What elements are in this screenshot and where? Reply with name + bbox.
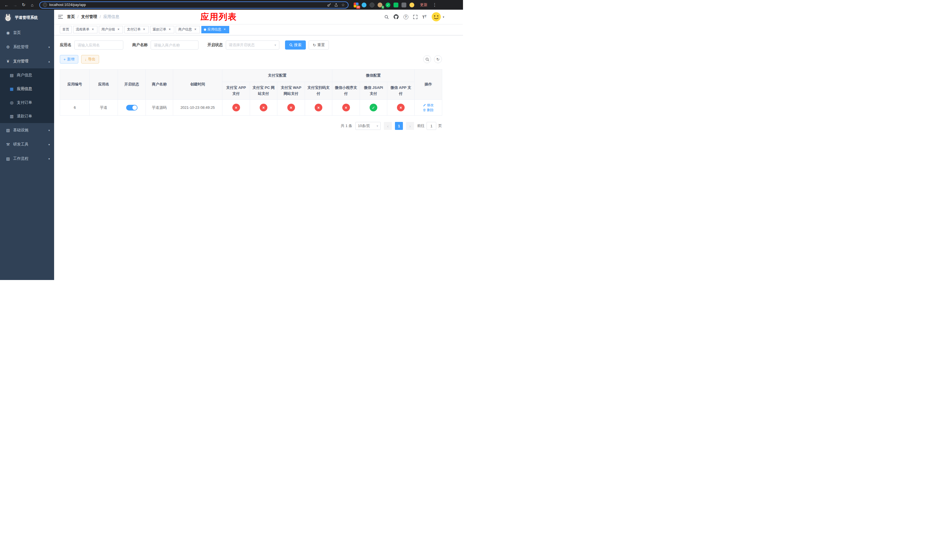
extension-face-icon[interactable] <box>410 3 414 8</box>
status-select[interactable]: 请选择开启状态 <box>226 41 279 50</box>
user-avatar <box>431 12 441 22</box>
chevron-down-icon <box>377 124 378 128</box>
merchant-name-input[interactable] <box>151 41 198 50</box>
tab-merchant-info[interactable]: 商户信息 <box>176 26 200 33</box>
add-button[interactable]: + 新增 <box>60 55 78 64</box>
url-bar[interactable]: i localhost:1024/pay/app ☆ <box>39 2 348 9</box>
reset-button[interactable]: ↻ 重置 <box>309 41 329 50</box>
sidebar-item-workflow[interactable]: ▨ 工作流程 <box>0 151 54 166</box>
workflow-icon: ▨ <box>6 156 10 161</box>
chevron-down-icon <box>48 45 50 49</box>
app-title: 芋道管理系统 <box>15 15 38 20</box>
sidebar-item-pay-order[interactable]: ◎ 支付订单 <box>0 96 54 109</box>
column-header: 商户名称 <box>146 70 173 100</box>
app-name-label: 应用名 <box>60 42 71 48</box>
column-header-actions: 操作 <box>415 70 442 100</box>
pay-order-icon: ◎ <box>9 100 14 105</box>
extension-grid-icon[interactable]: 10 <box>354 3 359 8</box>
sidebar-item-merchant-info[interactable]: ▤ 商户信息 <box>0 68 54 82</box>
edit-link[interactable]: 修改 <box>423 103 434 107</box>
reload-icon[interactable]: ↻ <box>20 1 27 9</box>
export-button[interactable]: ↓ 导出 <box>81 55 99 64</box>
browser-menu-icon[interactable]: ⋮ <box>431 2 438 8</box>
search-button[interactable]: 搜索 <box>285 41 306 50</box>
page-1-button[interactable]: 1 <box>395 122 403 130</box>
infrastructure-icon: ▧ <box>6 128 10 132</box>
app-name-input[interactable] <box>74 41 123 50</box>
trash-icon <box>423 109 426 112</box>
sidebar-item-system[interactable]: ⚙ 系统管理 <box>0 40 54 54</box>
sidebar-toggle-icon[interactable] <box>58 15 63 19</box>
prev-page-button[interactable]: ‹ <box>384 122 392 130</box>
home-icon[interactable]: ⌂ <box>29 1 36 9</box>
page-annotation: 应用列表 <box>200 11 237 23</box>
user-menu[interactable]: ▾ <box>431 12 444 22</box>
next-page-button[interactable]: › <box>406 122 414 130</box>
help-icon[interactable]: ? <box>404 15 409 20</box>
sidebar-submenu-payment: ▤ 商户信息 ▦ 应用信息 ◎ 支付订单 ▥ 退款订单 <box>0 68 54 123</box>
delete-link[interactable]: 删除 <box>423 107 434 112</box>
extensions-puzzle-icon[interactable] <box>401 3 406 8</box>
sub-column-header: 微信 APP 支付 <box>387 82 415 100</box>
breadcrumb-separator: / <box>100 15 101 19</box>
sidebar-item-app-info[interactable]: ▦ 应用信息 <box>0 82 54 96</box>
extension-green-circle-icon[interactable]: ✓ <box>386 3 390 8</box>
bookmark-star-icon[interactable]: ☆ <box>341 3 345 7</box>
fullscreen-icon[interactable] <box>413 15 418 19</box>
refresh-table-button[interactable]: ↻ <box>434 55 442 63</box>
extension-dark-icon[interactable] <box>369 3 374 8</box>
github-icon[interactable] <box>393 14 399 20</box>
site-info-icon[interactable]: i <box>43 3 47 7</box>
column-header: 应用名 <box>90 70 118 100</box>
tab-label: 支付订单 <box>127 27 141 32</box>
chevron-down-icon <box>274 43 276 47</box>
extension-drop-icon[interactable] <box>362 3 366 8</box>
credit-card-icon: ▤ <box>9 73 14 77</box>
extension-green-square-icon[interactable] <box>393 3 398 8</box>
page-size-select[interactable]: 10条/页 <box>356 122 381 130</box>
close-icon[interactable] <box>223 28 227 32</box>
search-icon[interactable] <box>384 15 389 19</box>
tab-user-group[interactable]: 用户分组 <box>99 26 123 33</box>
gear-icon: ⚙ <box>6 45 10 49</box>
app-logo[interactable]: 芋道管理系统 <box>0 10 54 26</box>
share-icon[interactable] <box>334 3 338 7</box>
close-icon[interactable] <box>91 28 95 32</box>
breadcrumb-home[interactable]: 首页 <box>67 14 75 20</box>
tab-home[interactable]: 首页 <box>60 26 72 33</box>
cross-icon: × <box>232 104 240 111</box>
cross-icon: × <box>260 104 267 111</box>
status-toggle[interactable] <box>126 105 138 110</box>
close-icon[interactable] <box>193 28 197 32</box>
close-icon[interactable] <box>168 28 172 32</box>
tab-app-info[interactable]: 应用信息 <box>201 26 229 33</box>
add-button-label: 新增 <box>67 57 75 62</box>
sidebar-item-label: 研发工具 <box>13 142 29 147</box>
tab-process-form[interactable]: 流程表单 <box>73 26 97 33</box>
font-size-icon[interactable]: TT <box>422 15 427 19</box>
tab-refund-order[interactable]: 退款订单 <box>150 26 174 33</box>
sidebar-item-label: 系统管理 <box>13 44 29 50</box>
sidebar-item-refund-order[interactable]: ▥ 退款订单 <box>0 109 54 123</box>
cell-wechat-mini: × <box>332 100 360 116</box>
sub-column-header: 支付宝 WAP 网站支付 <box>277 82 305 100</box>
breadcrumb-payment[interactable]: 支付管理 <box>81 14 97 20</box>
extension-avatar-icon[interactable]: 1 <box>378 3 383 8</box>
back-icon[interactable]: ← <box>3 1 10 9</box>
sidebar-item-home[interactable]: ◉ 首页 <box>0 26 54 40</box>
tab-pay-order[interactable]: 支付订单 <box>124 26 149 33</box>
breadcrumb-separator: / <box>77 15 79 19</box>
goto-page-input[interactable] <box>427 122 436 130</box>
sidebar-item-infrastructure[interactable]: ▧ 基础设施 <box>0 123 54 137</box>
forward-icon[interactable]: → <box>11 1 19 9</box>
password-key-icon[interactable] <box>327 3 331 7</box>
page-size-value: 10条/页 <box>358 124 370 129</box>
sidebar-item-devtools[interactable]: ⚒ 研发工具 <box>0 137 54 151</box>
close-icon[interactable] <box>117 28 121 32</box>
toggle-search-button[interactable] <box>423 55 431 63</box>
toggle-knob <box>132 105 137 110</box>
browser-update-button[interactable]: 更新 <box>420 2 427 8</box>
close-icon[interactable] <box>142 28 146 32</box>
sidebar-item-payment[interactable]: ¥ 支付管理 <box>0 54 54 68</box>
column-header: 开启状态 <box>118 70 146 100</box>
